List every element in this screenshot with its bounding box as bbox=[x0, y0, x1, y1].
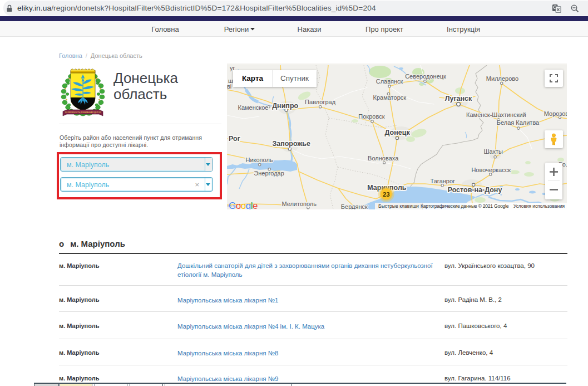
svg-text:Донецк: Донецк bbox=[385, 129, 411, 136]
svg-text:Таганрог: Таганрог bbox=[431, 178, 456, 184]
svg-text:23: 23 bbox=[383, 191, 390, 198]
svg-text:Славянск: Славянск bbox=[376, 78, 403, 85]
svg-text:Днипро: Днипро bbox=[272, 102, 298, 110]
svg-text:Павлоград: Павлоград bbox=[305, 99, 336, 105]
svg-text:Краматорск: Краматорск bbox=[373, 94, 407, 101]
svg-text:Миллерово: Миллерово bbox=[486, 75, 518, 82]
svg-text:Никополь: Никополь bbox=[245, 157, 273, 163]
svg-text:Шахты: Шахты bbox=[483, 148, 503, 155]
svg-text:Северодонецк: Северодонецк bbox=[405, 73, 446, 80]
svg-text:Волноваха: Волноваха bbox=[368, 155, 399, 162]
svg-text:Запорожье: Запорожье bbox=[272, 140, 310, 148]
svg-text:Энергодар: Энергодар bbox=[254, 170, 284, 177]
svg-text:Луганск: Луганск bbox=[445, 95, 472, 102]
svg-text:Ростов-на-Дону: Ростов-на-Дону bbox=[448, 186, 502, 194]
svg-text:Каменское: Каменское bbox=[238, 104, 269, 111]
svg-text:ВОЗМОЖНОСТЬ ДОКАЗАННАЯ ДЕЛОМ: ВОЗМОЖНОСТЬ ДОКАЗАННАЯ ДЕЛОМ bbox=[65, 111, 101, 114]
svg-text:Морозов: Морозов bbox=[544, 110, 567, 117]
svg-text:Бердянск: Бердянск bbox=[341, 203, 368, 209]
svg-text:Каменск-Шахтинский: Каменск-Шахтинский bbox=[466, 111, 526, 118]
svg-text:Белая Калитва: Белая Калитва bbox=[497, 119, 540, 126]
svg-text:Покровск: Покровск bbox=[358, 113, 384, 120]
svg-text:ві: ві bbox=[227, 83, 231, 90]
svg-text:Новочеркасск: Новочеркасск bbox=[471, 167, 511, 173]
svg-text:Рог: Рог bbox=[229, 135, 240, 143]
svg-text:Мелитополь: Мелитополь bbox=[281, 201, 317, 207]
